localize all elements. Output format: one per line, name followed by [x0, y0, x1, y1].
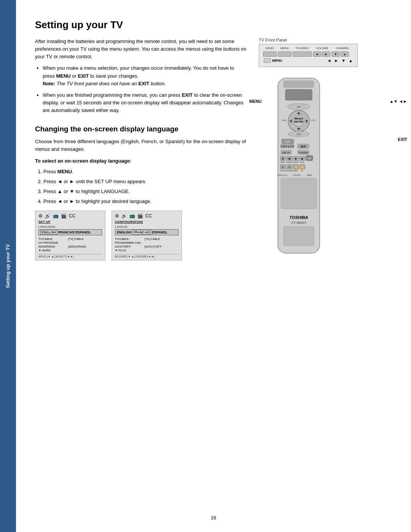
- screen2-row1: TV/CABLE:[TV] CABLE: [115, 237, 178, 241]
- svg-text:PIP: PIP: [307, 157, 311, 160]
- svg-text:SWAP: SWAP: [307, 174, 312, 176]
- menu-bold-step1: MENU: [57, 169, 72, 174]
- svg-text:▼PIP CH ▲: ▼PIP CH ▲: [277, 174, 288, 176]
- screen1-options: ENGLISH FRANCAIS ESPANOL: [38, 229, 102, 235]
- note-label: Note:: [43, 81, 55, 86]
- step-2: Press ◄ or ► until the SET UP menu appea…: [43, 178, 247, 185]
- side-tab: Setting up your TV: [0, 0, 16, 532]
- left-column: After installing the batteries and progr…: [35, 38, 247, 260]
- steps-list: Press MENU. Press ◄ or ► until the SET U…: [43, 168, 247, 206]
- ch-minus-btn[interactable]: ▼: [331, 51, 340, 57]
- page-container: Setting up your TV Setting up your TV Af…: [0, 0, 411, 532]
- menu-screen-french: ⚙ 🔊 📺 🎬 CC CONFIGURATION LANGUE: ENGLISH…: [112, 211, 182, 260]
- screen1-title: SET UP: [38, 220, 102, 224]
- screen1-row1: TV/CABLE:[TV] CABLE: [38, 237, 102, 241]
- svg-rect-58: [281, 178, 317, 209]
- svg-text:STOP: STOP: [293, 161, 298, 163]
- remote-menu-label: MENU: [249, 99, 261, 104]
- svg-text:TV/VIDEO: TV/VIDEO: [298, 152, 308, 154]
- exit-bold: EXIT: [78, 73, 89, 79]
- note-text: Note: The TV front panel does not have a…: [43, 80, 247, 88]
- note-content: The TV front panel does not have an EXIT…: [57, 81, 166, 86]
- panel-labels: DEMO MENU TV/VIDEO VOLUME CHANNEL: [263, 46, 354, 50]
- svg-text:⏸: ⏸: [282, 166, 284, 168]
- content-row: After installing the batteries and progr…: [35, 38, 388, 260]
- screen2-footer: BOUGER [▼ ▲] CHOISIR [◄ ►]: [115, 254, 178, 258]
- page-number: 16: [211, 515, 216, 521]
- svg-text:⏸: ⏸: [288, 166, 290, 168]
- side-tab-label: Setting up your TV: [5, 244, 11, 288]
- screen1-row2: CH PROGRAM: [38, 241, 102, 244]
- step-3: Press ▲ or ▼ to highlight LANGUAGE.: [43, 188, 247, 195]
- remote-arrows-label: ▲▼ ◄►: [389, 99, 407, 104]
- svg-rect-1: [284, 81, 314, 88]
- svg-text:REW: REW: [293, 169, 298, 172]
- tv-front-panel: TV Front Panel DEMO MENU TV/VIDEO VOLUME…: [259, 38, 388, 67]
- svg-text:REC: REC: [281, 161, 285, 163]
- panel-small-btn: [264, 58, 271, 63]
- svg-text:TOSHIBA: TOSHIBA: [289, 215, 308, 220]
- tvvideo-btn[interactable]: [293, 51, 312, 57]
- screen2-row2: PROGRAMME CAN: [115, 241, 178, 244]
- panel-buttons: ◄ ► ▼ ▲: [263, 51, 354, 57]
- svg-text:LOCATE: LOCATE: [293, 174, 301, 176]
- svg-text:Exit: Exit: [301, 145, 306, 148]
- exit-italic-bold: EXIT: [138, 81, 149, 86]
- screen2-row4: ▼ PLUS: [115, 249, 178, 252]
- ch-plus-btn[interactable]: ▲: [341, 51, 349, 57]
- screen1-lang-label: LANGUAGE:: [38, 225, 102, 228]
- main-content: Setting up your TV After installing the …: [16, 0, 411, 532]
- screen2-options: ENGLISH FRANCAIS ESPANOL: [115, 229, 178, 235]
- svg-text:VOL: VOL: [311, 119, 316, 121]
- screen1-row3: ADD/ERASE:[ADD] ERASE: [38, 245, 102, 248]
- svg-text:ENTER: ENTER: [294, 120, 303, 123]
- menu-screen-english: ⚙ 🔊 📺 🎬 CC SET UP LANGUAGE: ENGLISH FRAN…: [35, 211, 105, 260]
- menu-bottom-label: MENU: [272, 59, 282, 62]
- tv-front-label: TV Front Panel: [259, 38, 388, 42]
- screen2-selected: FRANCAIS: [132, 230, 151, 235]
- right-column: TV Front Panel DEMO MENU TV/VIDEO VOLUME…: [259, 38, 388, 260]
- svg-text:TV/VCR: TV/VCR: [286, 161, 293, 163]
- screen2-row3: AJOUT/EFF:[AJOUT] EFF: [115, 245, 178, 248]
- panel-nav-arrows: ◄ ► ▼ ▲: [327, 58, 353, 63]
- svg-text:MENU/: MENU/: [295, 117, 303, 120]
- svg-text:CT-90037: CT-90037: [291, 221, 306, 225]
- bullet-list: When you make a menu selection, your cha…: [43, 64, 247, 114]
- svg-text:FAV CH: FAV CH: [282, 152, 290, 154]
- intro-paragraph: After installing the batteries and progr…: [35, 38, 247, 61]
- page-title: Setting up your TV: [35, 19, 388, 31]
- screen1-row4: ▼ MORE: [38, 249, 102, 252]
- svg-rect-2: [285, 89, 312, 100]
- svg-text:VOL: VOL: [282, 119, 287, 121]
- remote-svg: CH MENU/ ENTER VOL VOL: [266, 76, 331, 259]
- screen1-selected: ENGLISH: [40, 230, 57, 235]
- svg-text:PLAY: PLAY: [300, 161, 305, 163]
- panel-diagram: DEMO MENU TV/VIDEO VOLUME CHANNEL ◄: [259, 44, 358, 67]
- screen2-title: CONFIGURATION: [115, 220, 178, 224]
- demo-btn[interactable]: [263, 51, 277, 57]
- vol-plus-btn[interactable]: ►: [322, 51, 330, 57]
- svg-text:⏩: ⏩: [301, 166, 304, 169]
- screen2-lang-label: LANGUE:: [115, 225, 178, 228]
- bullet-item-2: When you are finished programming the me…: [43, 91, 247, 114]
- vol-minus-btn[interactable]: ◄: [313, 51, 321, 57]
- svg-rect-61: [284, 227, 314, 246]
- svg-text:▲TV: ▲TV: [285, 141, 290, 143]
- svg-text:STILL: STILL: [280, 169, 285, 172]
- svg-text:▲VCR: ▲VCR: [287, 145, 294, 147]
- menu-screenshots: ⚙ 🔊 📺 🎬 CC SET UP LANGUAGE: ENGLISH FRAN…: [35, 211, 247, 260]
- step-1: Press MENU.: [43, 168, 247, 176]
- subheading: To select an on-screen display language:: [35, 157, 247, 165]
- svg-text:CH: CH: [297, 105, 301, 108]
- svg-text:⏮: ⏮: [288, 157, 291, 160]
- menu-bold: MENU: [56, 73, 70, 79]
- remote-diagram-section: MENU ▲▼ ◄► EXIT CH: [266, 76, 388, 260]
- svg-text:■: ■: [282, 157, 284, 160]
- remote-exit-label: EXIT: [398, 137, 407, 142]
- svg-text:SOURCE: SOURCE: [285, 169, 293, 172]
- screen1-footer: MOVE [▼ ▲] SELECT [◄ ►]: [38, 254, 102, 258]
- step-4: Press ◄ or ► to highlight your desired l…: [43, 198, 247, 205]
- svg-text:■: ■: [295, 157, 296, 160]
- svg-text:CH: CH: [297, 133, 301, 136]
- menu-btn[interactable]: [278, 51, 292, 57]
